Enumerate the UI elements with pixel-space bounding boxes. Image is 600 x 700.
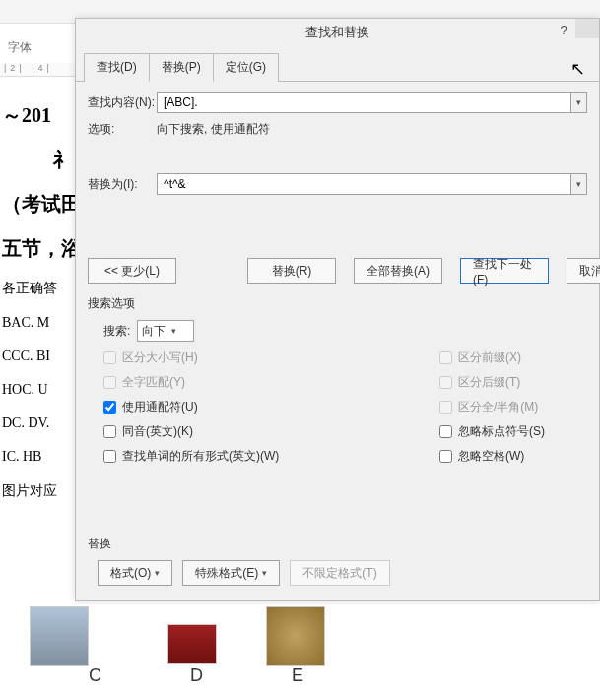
cb-ignore-space[interactable]: 忽略空格(W) [439,448,587,465]
image-thumb [266,606,325,666]
doc-text: ～201 [2,102,73,129]
image-label: C [89,666,101,686]
image-thumb [30,606,89,666]
cb-whole-word: 全字匹配(Y) [103,374,439,391]
doc-text: CCC. BI [2,349,73,364]
special-format-button[interactable]: 特殊格式(E)▾ [182,560,280,586]
search-direction-label: 搜索: [103,323,137,340]
tabstrip: 查找(D) 替换(P) 定位(G) [76,46,599,82]
doc-text: 图片对应 [2,482,73,500]
tab-find[interactable]: 查找(D) [84,53,150,82]
cb-wildcards[interactable]: 使用通配符(U) [103,399,439,415]
close-button[interactable] [575,19,599,38]
chevron-down-icon: ▾ [171,326,176,336]
doc-text: IC. HB [2,449,73,465]
help-button[interactable]: ? [554,23,573,37]
tab-replace[interactable]: 替换(P) [149,53,214,82]
doc-text: 五节，浴 [2,235,73,262]
find-label: 查找内容(N): [88,95,157,111]
image-thumb [167,624,217,664]
find-input[interactable] [157,92,571,113]
replace-label: 替换为(I): [88,176,157,193]
cb-word-forms[interactable]: 查找单词的所有形式(英文)(W) [103,448,439,465]
cancel-button[interactable]: 取消 [567,258,600,284]
search-options-label: 搜索选项 [88,295,587,312]
ruler: |2| |4| [0,63,75,77]
image-label: D [190,666,203,686]
dialog-title: 查找和替换 [305,24,369,41]
replace-input[interactable] [157,173,571,195]
find-dropdown-arrow[interactable]: ▾ [571,92,587,113]
cb-match-case: 区分大小写(H) [103,350,439,366]
cb-prefix: 区分前缀(X) [439,350,587,366]
find-replace-dialog: 查找和替换 ? ↖ 查找(D) 替换(P) 定位(G) 查找内容(N): ▾ 选… [75,18,600,601]
tab-goto[interactable]: 定位(G) [213,53,279,82]
chevron-down-icon: ▾ [262,568,267,578]
find-next-button[interactable]: 查找下一处(F) [460,258,549,284]
doc-text: （考试田 [2,191,73,218]
doc-text: HOC. U [2,382,73,398]
ribbon-group-label: 字体 [8,39,32,56]
doc-text: 礻 [2,147,73,173]
replace-button[interactable]: 替换(R) [247,258,336,284]
cb-ignore-punct[interactable]: 忽略标点符号(S) [439,423,587,440]
format-button[interactable]: 格式(O)▾ [98,560,172,586]
chevron-down-icon: ▾ [155,568,160,578]
cb-suffix: 区分后缀(T) [439,374,587,391]
image-label: E [292,666,303,686]
replace-section-label: 替换 [88,536,587,552]
image-row: C D E [30,601,424,686]
replace-all-button[interactable]: 全部替换(A) [354,258,442,284]
options-value: 向下搜索, 使用通配符 [157,121,270,138]
doc-text: DC. DV. [2,415,73,431]
cb-fullwidth: 区分全/半角(M) [439,399,587,415]
doc-text: BAC. M [2,315,73,331]
search-direction-select[interactable]: 向下 ▾ [137,320,194,342]
dialog-titlebar[interactable]: 查找和替换 ? [76,19,599,46]
doc-text: 各正确答 [2,280,73,297]
options-label: 选项: [88,121,157,138]
cb-sounds-like[interactable]: 同音(英文)(K) [103,423,439,440]
replace-dropdown-arrow[interactable]: ▾ [571,173,587,195]
less-button[interactable]: << 更少(L) [88,258,176,284]
no-format-button: 不限定格式(T) [290,560,389,586]
